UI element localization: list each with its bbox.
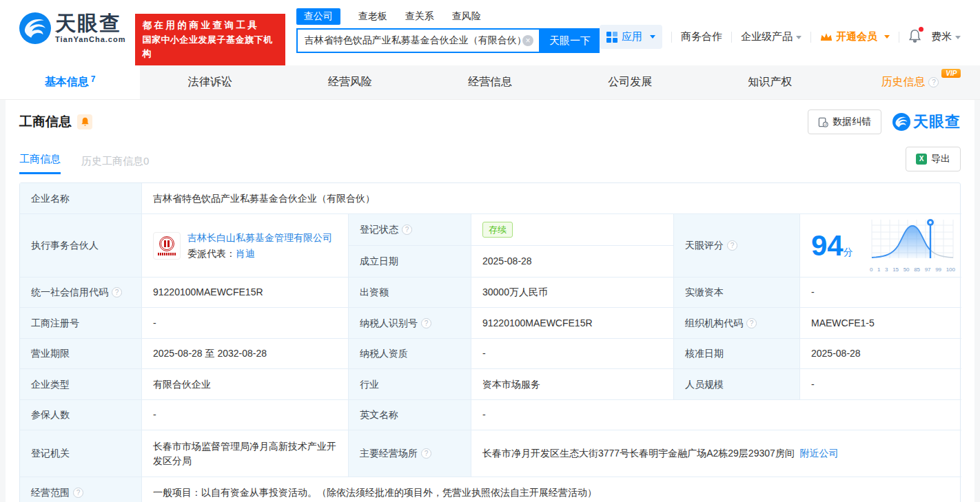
tianyancha-watermark: 天眼查 [892, 112, 961, 132]
field-label-staff-size: 人员规模 [674, 369, 800, 400]
tab-basic-info[interactable]: 基本信息7 [0, 65, 140, 99]
score-distribution-chart: 0131550859799100 [869, 217, 956, 274]
field-value-credit-code: 91220100MAEWCFE15R [142, 278, 349, 308]
field-value-english-name: - [471, 400, 961, 430]
promo-line-2: 国家中小企业发展子基金旗下机构 [142, 33, 278, 61]
help-icon[interactable]: ? [112, 287, 122, 297]
field-value-approval-date: 2025-08-28 [800, 339, 961, 369]
tianyancha-swirl-icon [19, 12, 51, 44]
brand-name: 天眼查 [55, 13, 125, 34]
search-tab-risk[interactable]: 查风险 [452, 8, 481, 25]
data-correction-button[interactable]: ↺ 数据纠错 [808, 109, 881, 134]
export-button[interactable]: X 导出 [906, 147, 961, 171]
subtab-business-info[interactable]: 工商信息 [19, 153, 61, 174]
field-label-score: 天眼评分? [674, 214, 800, 278]
subscribe-bell-icon[interactable] [77, 114, 92, 129]
content-card: 工商信息 ↺ 数据纠错 天眼查 工商信息 历史工商信息0 X 导出 [6, 100, 974, 502]
partner-emblem-icon [159, 236, 174, 251]
help-icon[interactable]: ? [402, 224, 412, 235]
field-label-business-term: 营业期限 [20, 339, 142, 369]
tab-business-info[interactable]: 经营信息 [420, 65, 560, 99]
search-input[interactable] [305, 35, 522, 46]
help-icon[interactable]: ? [746, 318, 757, 328]
field-label-company-type: 企业类型 [20, 369, 142, 400]
help-icon[interactable]: ? [73, 488, 83, 498]
field-label-executive-partner: 执行事务合伙人 [20, 214, 142, 278]
field-label-business-place: 主要经营场所? [349, 430, 471, 477]
search-button[interactable]: 天眼一下 [540, 28, 600, 53]
field-value-reg-status: 存续 [471, 214, 674, 246]
field-label-approval-date: 核准日期 [674, 339, 800, 369]
field-value-paid-capital: - [800, 278, 961, 308]
search-area: 查公司 查老板 查关系 查风险 × 天眼一下 [296, 8, 600, 53]
score-axis-ticks: 0131550859799100 [869, 266, 956, 274]
field-value-insured-count: - [142, 400, 349, 430]
nav-enterprise-products[interactable]: 企业级产品 [741, 30, 802, 43]
search-tab-boss[interactable]: 查老板 [358, 8, 387, 25]
search-tab-company[interactable]: 查公司 [296, 8, 340, 25]
tab-company-development[interactable]: 公司发展 [560, 65, 700, 99]
rep-label: 委派代表： [187, 248, 236, 259]
field-value-business-scope: 一般项目：以自有资金从事投资活动。（除依法须经批准的项目外，凭营业执照依法自主开… [142, 477, 961, 502]
field-label-credit-code: 统一社会信用代码? [20, 278, 142, 308]
section-title: 工商信息 [19, 113, 72, 131]
nav-business-cooperation[interactable]: 商务合作 [681, 30, 722, 43]
promo-line-1: 都在用的商业查询工具 [142, 19, 278, 33]
field-label-insured-count: 参保人数 [20, 400, 142, 430]
help-icon[interactable]: ? [421, 318, 431, 328]
field-label-company-name: 企业名称 [20, 183, 142, 214]
field-value-industry: 资本市场服务 [471, 369, 674, 400]
partner-company-link[interactable]: 吉林长白山私募基金管理有限公司 [187, 232, 332, 243]
status-badge: 存续 [482, 222, 513, 238]
partner-company-logo[interactable] [153, 232, 181, 260]
field-label-taxpayer-quality: 纳税人资质 [349, 339, 471, 369]
vip-badge: VIP [941, 69, 961, 78]
field-label-reg-status: 登记状态? [349, 214, 471, 246]
nearby-companies-link[interactable]: 附近公司 [800, 446, 839, 461]
notifications-bell-icon[interactable] [908, 29, 921, 45]
tab-legal-proceedings[interactable]: 法律诉讼 [140, 65, 280, 99]
field-label-taxpayer-id: 纳税人识别号? [349, 308, 471, 339]
apps-menu[interactable]: 应用 [600, 25, 662, 49]
correction-icon: ↺ [818, 117, 828, 127]
tab-intellectual-property[interactable]: 知识产权 [700, 65, 840, 99]
promo-banner: 都在用的商业查询工具 国家中小企业发展子基金旗下机构 [135, 14, 285, 65]
field-value-taxpayer-quality: - [471, 339, 674, 369]
apps-grid-icon [606, 32, 617, 43]
search-tab-relation[interactable]: 查关系 [405, 8, 434, 25]
help-icon[interactable]: ? [727, 240, 737, 251]
user-menu[interactable]: 费米 [931, 30, 961, 43]
excel-icon: X [916, 154, 927, 165]
field-value-staff-size: - [800, 369, 961, 400]
clear-search-icon[interactable]: × [522, 35, 533, 46]
field-label-business-scope: 经营范围? [20, 477, 142, 502]
tianyancha-logo[interactable]: 天眼查 TianYanCha.com [19, 12, 125, 44]
nav-open-vip[interactable]: 开通会员 [820, 30, 890, 43]
field-label-reg-authority: 登记机关 [20, 430, 142, 477]
field-value-capital: 30000万人民币 [471, 278, 674, 308]
business-info-table: 企业名称 吉林省特色饮品产业私募基金合伙企业（有限合伙） 执行事务合伙人 吉林长… [19, 182, 961, 502]
field-value-company-type: 有限合伙企业 [142, 369, 349, 400]
main-tabbar: 基本信息7 法律诉讼 经营风险 经营信息 公司发展 知识产权 VIP 历史信息? [0, 65, 980, 100]
score-number: 94 [811, 229, 844, 262]
rep-link[interactable]: 肖迪 [236, 248, 255, 259]
field-value-reg-authority: 长春市市场监督管理局净月高新技术产业开发区分局 [142, 430, 349, 477]
field-label-english-name: 英文名称 [349, 400, 471, 430]
field-value-taxpayer-id: 91220100MAEWCFE15R [471, 308, 674, 339]
field-value-business-place: 长春市净月开发区生态大街3777号长春明宇金融广场A2栋29层29307房间 附… [471, 430, 961, 477]
field-label-org-code: 组织机构代码? [674, 308, 800, 339]
field-value-executive-partner: 吉林长白山私募基金管理有限公司 委派代表：肖迪 [142, 214, 349, 278]
search-box: × [296, 28, 540, 53]
page-header: 天眼查 TianYanCha.com 都在用的商业查询工具 国家中小企业发展子基… [0, 0, 980, 65]
tab-history-info[interactable]: VIP 历史信息? [840, 65, 980, 99]
crown-icon [820, 32, 833, 42]
top-nav: 应用 商务合作 企业级产品 开通会员 费米 [600, 25, 961, 49]
field-label-est-date: 成立日期 [349, 246, 471, 278]
tab-basic-count: 7 [91, 74, 96, 84]
help-icon[interactable]: ? [421, 448, 431, 459]
field-value-score: 94分 [800, 214, 961, 278]
tab-operational-risk[interactable]: 经营风险 [280, 65, 420, 99]
subtab-history-business-info[interactable]: 历史工商信息0 [81, 155, 149, 174]
field-value-reg-number: - [142, 308, 349, 339]
help-icon[interactable]: ? [928, 77, 939, 87]
